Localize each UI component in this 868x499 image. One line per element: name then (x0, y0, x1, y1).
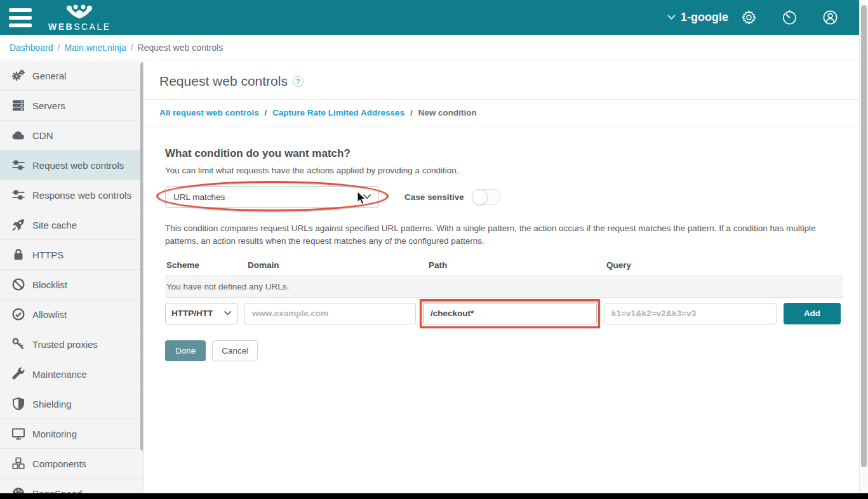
sidebar-scrollbar-thumb[interactable] (140, 62, 144, 451)
sidebar-item-https[interactable]: HTTPS (0, 240, 143, 270)
cubes-icon (10, 456, 27, 471)
column-header-path: Path (429, 260, 606, 270)
sidebar-item-monitoring[interactable]: Monitoring (0, 419, 143, 449)
subnav-current: New condition (418, 108, 476, 117)
sidebar-item-general[interactable]: General (0, 61, 143, 91)
help-icon[interactable]: ? (293, 76, 304, 87)
toggle-knob (472, 189, 488, 205)
chevron-down-icon (224, 311, 231, 316)
sidebar-item-label: Site cache (32, 220, 77, 230)
subnav-capture-rate-limited-addresses[interactable]: Capture Rate Limited Addresses (272, 108, 404, 117)
sidebar-item-maintenance[interactable]: Maintenance (0, 359, 143, 389)
rocket-icon (10, 217, 27, 232)
sidebar-item-components[interactable]: Components (0, 449, 143, 479)
key-icon (10, 336, 27, 352)
scheme-select[interactable]: HTTP/HTT (165, 303, 237, 324)
case-sensitive-toggle[interactable] (472, 189, 501, 205)
sidebar-item-label: Components (32, 458, 86, 469)
page-scrollbar-thumb[interactable] (861, 5, 867, 467)
sidebar-item-label: CDN (32, 130, 53, 141)
sidebar-item-label: Request web controls (32, 160, 124, 171)
column-header-domain: Domain (248, 260, 429, 270)
scheme-select-value: HTTP/HTT (171, 309, 213, 318)
sidebar-item-allowlist[interactable]: Allowlist (0, 300, 143, 329)
shield-icon (10, 396, 27, 411)
sidebar-item-label: General (32, 70, 66, 81)
sidebar-item-label: Maintenance (32, 369, 87, 380)
add-button[interactable]: Add (784, 303, 841, 324)
sidebar-item-request-web-controls[interactable]: Request web controls (0, 150, 143, 180)
page-title: Request web controls ? (159, 74, 844, 89)
sidebar-item-blocklist[interactable]: Blocklist (0, 270, 143, 300)
breadcrumb-separator: / (131, 43, 133, 53)
gauge-icon (10, 486, 27, 493)
breadcrumb-separator: / (58, 43, 60, 53)
condition-type-value: URL matches (173, 192, 225, 202)
sidebar-item-label: Monitoring (32, 429, 77, 439)
subnav-all-request-web-controls[interactable]: All request web controls (159, 108, 259, 117)
url-pattern-form: HTTP/HTT Add (165, 303, 843, 324)
sidebar-item-pagespeed[interactable]: PageSpeed (0, 479, 143, 493)
subnav-separator: / (265, 108, 267, 117)
sidebar-item-label: Blocklist (32, 279, 67, 290)
sidebar-item-site-cache[interactable]: Site cache (0, 210, 143, 240)
url-pattern-table: Scheme Domain Path Query You have not de… (165, 260, 843, 298)
sidebar-item-label: HTTPS (32, 250, 63, 260)
timer-icon[interactable] (769, 9, 810, 26)
column-header-scheme: Scheme (166, 260, 248, 270)
servers-icon (10, 98, 27, 113)
condition-type-select[interactable]: URL matches (165, 186, 379, 208)
subnav-separator: / (410, 108, 413, 117)
sidebar-item-cdn[interactable]: CDN (0, 121, 143, 150)
sliders-icon (10, 157, 27, 173)
chevron-down-icon (363, 194, 371, 199)
main-content: Request web controls ? All request web c… (144, 61, 859, 493)
sidebar-item-label: Allowlist (32, 309, 67, 320)
account-name: 1-google (681, 11, 728, 24)
sidebar-item-label: Shielding (32, 399, 72, 409)
sidebar-item-servers[interactable]: Servers (0, 91, 143, 121)
condition-intro: You can limit what requests have the act… (165, 166, 843, 175)
page-scrollbar[interactable] (859, 0, 868, 493)
control-breadcrumb: All request web controls / Capture Rate … (144, 100, 859, 126)
top-app-bar: WEBSCALE 1-google (0, 0, 868, 35)
condition-description: This condition compares request URLs aga… (165, 222, 843, 248)
sidebar-item-label: PageSpeed (32, 488, 82, 494)
sidebar-nav: General Servers CDN Req (0, 61, 144, 493)
settings-gear-icon[interactable] (728, 9, 769, 26)
done-button[interactable]: Done (165, 340, 206, 361)
check-circle-icon (10, 307, 27, 322)
sidebar-item-trusted-proxies[interactable]: Trusted proxies (0, 329, 143, 359)
path-input[interactable] (423, 303, 597, 324)
sidebar-item-label: Servers (32, 100, 65, 111)
gears-icon (10, 68, 27, 83)
block-icon (10, 277, 27, 292)
breadcrumb: Dashboard / Main.wnet.ninja / Request we… (0, 35, 868, 60)
sliders-icon (10, 187, 27, 203)
breadcrumb-dashboard[interactable]: Dashboard (10, 43, 53, 53)
webscale-logo-icon (65, 4, 93, 20)
hamburger-menu-icon[interactable] (9, 8, 32, 27)
breadcrumb-current: Request web controls (138, 43, 224, 53)
breadcrumb-domain[interactable]: Main.wnet.ninja (64, 43, 126, 53)
cancel-button[interactable]: Cancel (212, 340, 258, 361)
wrench-icon (10, 366, 27, 382)
webscale-logo-text: WEBSCALE (48, 22, 111, 32)
empty-table-message: You have not defined any URLs. (165, 276, 843, 298)
user-profile-icon[interactable] (810, 9, 850, 26)
query-input[interactable] (604, 303, 777, 324)
account-switcher[interactable]: 1-google (667, 11, 728, 24)
bottom-black-bar (0, 493, 868, 499)
domain-input[interactable] (244, 303, 416, 324)
sidebar-item-label: Response web controls (32, 190, 131, 201)
cloud-icon (10, 128, 27, 143)
monitor-icon (10, 426, 27, 441)
lock-icon (10, 247, 27, 262)
condition-heading: What condition do you want match? (165, 147, 843, 160)
sidebar-item-label: Trusted proxies (32, 339, 98, 350)
sidebar-item-response-web-controls[interactable]: Response web controls (0, 180, 143, 210)
webscale-logo: WEBSCALE (48, 4, 111, 32)
case-sensitive-label: Case sensitive (404, 192, 464, 202)
column-header-query: Query (606, 260, 843, 270)
sidebar-item-shielding[interactable]: Shielding (0, 389, 143, 419)
